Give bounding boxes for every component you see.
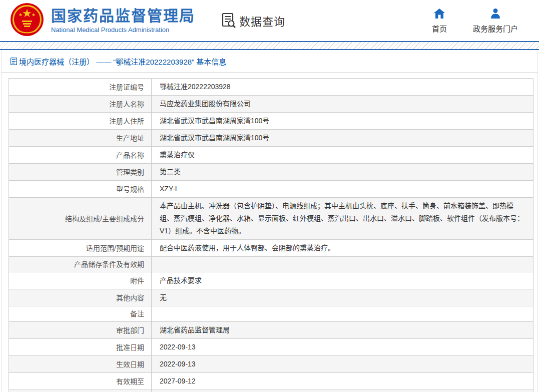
site-logo[interactable]: 国家药品监督管理局 National Medical Products Admi… (9, 3, 195, 39)
field-label: 结构及组成/主要组成成分 (9, 198, 152, 240)
table-row: 产品名称 熏蒸治疗仪 (9, 147, 533, 164)
field-value: 产品技术要求 (152, 272, 533, 289)
field-value: 配合中医药液使用，用于人体臀部、会阴部的熏蒸治疗。 (152, 240, 533, 257)
field-label: 审批部门 (9, 322, 152, 339)
field-value: 无 (152, 289, 533, 306)
field-value: 马应龙药业集团股份有限公司 (152, 96, 533, 113)
field-label: 批准日期 (9, 339, 152, 356)
field-value: 湖北省武汉市武昌南湖周家湾100号 (152, 130, 533, 147)
field-label: 管理类别 (9, 164, 152, 181)
field-value: 熏蒸治疗仪 (152, 147, 533, 164)
table-row: 管理类别 第二类 (9, 164, 533, 181)
field-label: 变更情况 (9, 390, 152, 392)
table-row: 型号规格 XZY-Ⅰ (9, 181, 533, 198)
nav-item-portal-label: 政务服务门户 (473, 23, 518, 34)
nav-item-home-label: 首页 (432, 23, 447, 34)
table-row: 注册人住所 湖北省武汉市武昌南湖周家湾100号 (9, 113, 533, 130)
breadcrumb-text: 境内医疗器械（注册） —— “鄂械注准20222203928” 基本信息 (19, 56, 226, 67)
table-row: 注册人名称 马应龙药业集团股份有限公司 (9, 96, 533, 113)
table-row: 生产地址 湖北省武汉市武昌南湖周家湾100号 (9, 130, 533, 147)
table-row: 附件 产品技术要求 (9, 272, 533, 289)
field-value (152, 257, 533, 272)
field-value: 无 (152, 390, 533, 392)
field-value: 本产品由主机、冲洗器（包含护阴垫）、电源线组成；其中主机由头枕、底座、扶手、筒身… (152, 198, 533, 240)
field-value: XZY-Ⅰ (152, 181, 533, 198)
site-subtitle: National Medical Products Administration (51, 26, 195, 34)
table-row: 审批部门 湖北省药品监督管理局 (9, 322, 533, 339)
field-value (152, 306, 533, 322)
field-label: 生产地址 (9, 130, 152, 147)
site-title: 国家药品监督管理局 (51, 8, 195, 25)
field-value: 第二类 (152, 164, 533, 181)
table-row: 适用范围/预期用途 配合中医药液使用，用于人体臀部、会阴部的熏蒸治疗。 (9, 240, 533, 257)
field-label: 生效日期 (9, 356, 152, 373)
site-header: 国家药品监督管理局 National Medical Products Admi… (0, 0, 539, 41)
field-label: 适用范围/预期用途 (9, 240, 152, 257)
field-value: 2022-09-13 (152, 356, 533, 373)
field-label: 附件 (9, 272, 152, 289)
field-label: 有效期至 (9, 373, 152, 390)
table-row: 变更情况 无 (9, 390, 533, 392)
breadcrumb: 境内医疗器械（注册） —— “鄂械注准20222203928” 基本信息 (2, 50, 537, 73)
nav-item-portal[interactable]: 政务服务门户 (473, 8, 518, 34)
field-value: 2027-09-12 (152, 373, 533, 390)
table-row: 注册证编号 鄂械注准20222203928 (9, 79, 533, 96)
field-value: 湖北省武汉市武昌南湖周家湾100号 (152, 113, 533, 130)
home-icon (433, 8, 445, 19)
user-icon (489, 8, 501, 19)
top-nav: 首页 政务服务门户 (425, 8, 525, 34)
field-value: 鄂械注准20222203928 (152, 79, 533, 96)
table-row: 生效日期 2022-09-13 (9, 356, 533, 373)
field-label: 型号规格 (9, 181, 152, 198)
nav-item-home[interactable]: 首页 (425, 8, 454, 34)
field-value: 2022-09-13 (152, 339, 533, 356)
field-label: 其他内容 (9, 289, 152, 306)
table-row: 产品储存条件及有效期 (9, 257, 533, 272)
hatched-divider (0, 41, 539, 50)
document-search-icon (221, 13, 236, 29)
table-row: 其他内容 无 (9, 289, 533, 306)
table-row: 批准日期 2022-09-13 (9, 339, 533, 356)
table-row: 备注 (9, 306, 533, 322)
field-label: 产品名称 (9, 147, 152, 164)
table-row: 结构及组成/主要组成成分 本产品由主机、冲洗器（包含护阴垫）、电源线组成；其中主… (9, 198, 533, 240)
main-content: 境内医疗器械（注册） —— “鄂械注准20222203928” 基本信息 注册证… (1, 50, 538, 392)
field-label: 产品储存条件及有效期 (9, 257, 152, 272)
field-label: 注册证编号 (9, 79, 152, 96)
data-query-button[interactable]: 数据查询 (221, 13, 285, 29)
document-list-icon (11, 58, 17, 65)
field-label: 注册人住所 (9, 113, 152, 130)
field-label: 备注 (9, 306, 152, 322)
china-national-emblem-icon (9, 3, 45, 39)
registration-detail-table: 注册证编号 鄂械注准20222203928 注册人名称 马应龙药业集团股份有限公… (9, 78, 533, 392)
field-value: 湖北省药品监督管理局 (152, 322, 533, 339)
data-query-label: 数据查询 (239, 13, 285, 29)
table-row: 有效期至 2027-09-12 (9, 373, 533, 390)
field-label: 注册人名称 (9, 96, 152, 113)
